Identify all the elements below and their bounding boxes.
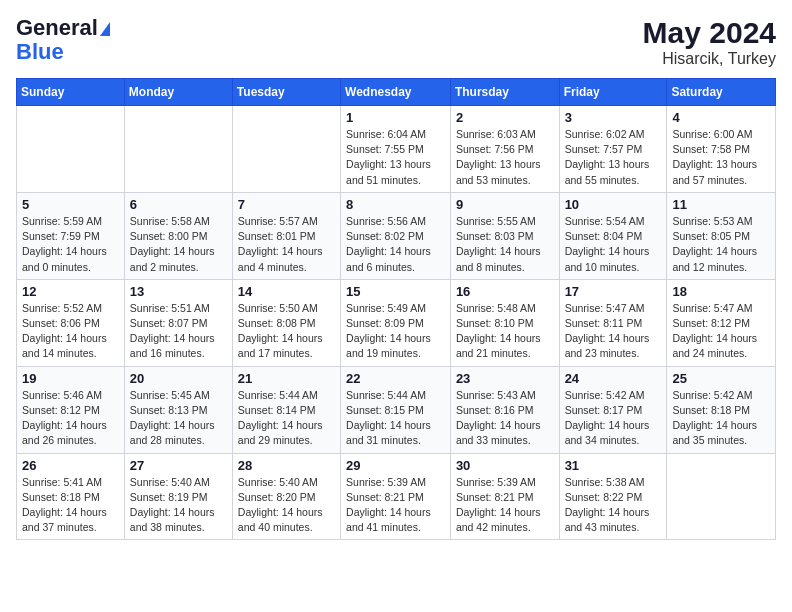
day-info: Sunrise: 6:03 AMSunset: 7:56 PMDaylight:… [456, 127, 554, 188]
day-info: Sunrise: 5:40 AMSunset: 8:19 PMDaylight:… [130, 475, 227, 536]
day-number: 24 [565, 371, 662, 386]
day-number: 2 [456, 110, 554, 125]
calendar-cell: 19Sunrise: 5:46 AMSunset: 8:12 PMDayligh… [17, 366, 125, 453]
day-info: Sunrise: 5:41 AMSunset: 8:18 PMDaylight:… [22, 475, 119, 536]
col-header-tuesday: Tuesday [232, 79, 340, 106]
calendar-cell: 1Sunrise: 6:04 AMSunset: 7:55 PMDaylight… [341, 106, 451, 193]
day-number: 13 [130, 284, 227, 299]
day-info: Sunrise: 5:57 AMSunset: 8:01 PMDaylight:… [238, 214, 335, 275]
calendar-cell: 6Sunrise: 5:58 AMSunset: 8:00 PMDaylight… [124, 192, 232, 279]
calendar-cell: 23Sunrise: 5:43 AMSunset: 8:16 PMDayligh… [450, 366, 559, 453]
calendar-week-row: 26Sunrise: 5:41 AMSunset: 8:18 PMDayligh… [17, 453, 776, 540]
calendar-cell: 18Sunrise: 5:47 AMSunset: 8:12 PMDayligh… [667, 279, 776, 366]
day-info: Sunrise: 5:50 AMSunset: 8:08 PMDaylight:… [238, 301, 335, 362]
day-info: Sunrise: 5:39 AMSunset: 8:21 PMDaylight:… [346, 475, 445, 536]
day-info: Sunrise: 5:47 AMSunset: 8:12 PMDaylight:… [672, 301, 770, 362]
col-header-wednesday: Wednesday [341, 79, 451, 106]
calendar-cell: 29Sunrise: 5:39 AMSunset: 8:21 PMDayligh… [341, 453, 451, 540]
day-info: Sunrise: 5:48 AMSunset: 8:10 PMDaylight:… [456, 301, 554, 362]
day-number: 17 [565, 284, 662, 299]
day-info: Sunrise: 5:56 AMSunset: 8:02 PMDaylight:… [346, 214, 445, 275]
calendar-cell: 2Sunrise: 6:03 AMSunset: 7:56 PMDaylight… [450, 106, 559, 193]
calendar-cell: 16Sunrise: 5:48 AMSunset: 8:10 PMDayligh… [450, 279, 559, 366]
calendar-cell: 28Sunrise: 5:40 AMSunset: 8:20 PMDayligh… [232, 453, 340, 540]
day-info: Sunrise: 5:58 AMSunset: 8:00 PMDaylight:… [130, 214, 227, 275]
day-info: Sunrise: 5:46 AMSunset: 8:12 PMDaylight:… [22, 388, 119, 449]
day-info: Sunrise: 5:42 AMSunset: 8:18 PMDaylight:… [672, 388, 770, 449]
day-info: Sunrise: 5:44 AMSunset: 8:15 PMDaylight:… [346, 388, 445, 449]
day-number: 23 [456, 371, 554, 386]
calendar-cell: 26Sunrise: 5:41 AMSunset: 8:18 PMDayligh… [17, 453, 125, 540]
day-number: 9 [456, 197, 554, 212]
calendar-cell: 10Sunrise: 5:54 AMSunset: 8:04 PMDayligh… [559, 192, 667, 279]
page-header: General Blue May 2024 Hisarcik, Turkey [16, 16, 776, 68]
calendar-cell: 27Sunrise: 5:40 AMSunset: 8:19 PMDayligh… [124, 453, 232, 540]
calendar-cell: 22Sunrise: 5:44 AMSunset: 8:15 PMDayligh… [341, 366, 451, 453]
day-number: 21 [238, 371, 335, 386]
col-header-thursday: Thursday [450, 79, 559, 106]
day-number: 20 [130, 371, 227, 386]
day-number: 11 [672, 197, 770, 212]
col-header-friday: Friday [559, 79, 667, 106]
calendar-cell: 17Sunrise: 5:47 AMSunset: 8:11 PMDayligh… [559, 279, 667, 366]
calendar-cell [667, 453, 776, 540]
calendar-cell: 9Sunrise: 5:55 AMSunset: 8:03 PMDaylight… [450, 192, 559, 279]
day-info: Sunrise: 5:45 AMSunset: 8:13 PMDaylight:… [130, 388, 227, 449]
day-number: 15 [346, 284, 445, 299]
day-info: Sunrise: 5:42 AMSunset: 8:17 PMDaylight:… [565, 388, 662, 449]
col-header-sunday: Sunday [17, 79, 125, 106]
calendar-cell: 20Sunrise: 5:45 AMSunset: 8:13 PMDayligh… [124, 366, 232, 453]
day-info: Sunrise: 5:55 AMSunset: 8:03 PMDaylight:… [456, 214, 554, 275]
day-number: 30 [456, 458, 554, 473]
calendar-week-row: 5Sunrise: 5:59 AMSunset: 7:59 PMDaylight… [17, 192, 776, 279]
calendar-cell: 25Sunrise: 5:42 AMSunset: 8:18 PMDayligh… [667, 366, 776, 453]
day-number: 22 [346, 371, 445, 386]
day-number: 14 [238, 284, 335, 299]
day-number: 25 [672, 371, 770, 386]
title-block: May 2024 Hisarcik, Turkey [643, 16, 776, 68]
day-info: Sunrise: 5:51 AMSunset: 8:07 PMDaylight:… [130, 301, 227, 362]
calendar-cell: 24Sunrise: 5:42 AMSunset: 8:17 PMDayligh… [559, 366, 667, 453]
location-title: Hisarcik, Turkey [643, 50, 776, 68]
day-number: 27 [130, 458, 227, 473]
day-info: Sunrise: 5:59 AMSunset: 7:59 PMDaylight:… [22, 214, 119, 275]
day-number: 3 [565, 110, 662, 125]
calendar-cell: 12Sunrise: 5:52 AMSunset: 8:06 PMDayligh… [17, 279, 125, 366]
day-info: Sunrise: 6:04 AMSunset: 7:55 PMDaylight:… [346, 127, 445, 188]
calendar-cell: 4Sunrise: 6:00 AMSunset: 7:58 PMDaylight… [667, 106, 776, 193]
calendar-cell: 13Sunrise: 5:51 AMSunset: 8:07 PMDayligh… [124, 279, 232, 366]
calendar-week-row: 12Sunrise: 5:52 AMSunset: 8:06 PMDayligh… [17, 279, 776, 366]
calendar-cell: 11Sunrise: 5:53 AMSunset: 8:05 PMDayligh… [667, 192, 776, 279]
calendar-cell: 21Sunrise: 5:44 AMSunset: 8:14 PMDayligh… [232, 366, 340, 453]
day-number: 19 [22, 371, 119, 386]
day-number: 31 [565, 458, 662, 473]
calendar-cell: 8Sunrise: 5:56 AMSunset: 8:02 PMDaylight… [341, 192, 451, 279]
day-info: Sunrise: 5:49 AMSunset: 8:09 PMDaylight:… [346, 301, 445, 362]
calendar-cell: 5Sunrise: 5:59 AMSunset: 7:59 PMDaylight… [17, 192, 125, 279]
calendar-week-row: 19Sunrise: 5:46 AMSunset: 8:12 PMDayligh… [17, 366, 776, 453]
calendar-cell: 7Sunrise: 5:57 AMSunset: 8:01 PMDaylight… [232, 192, 340, 279]
col-header-saturday: Saturday [667, 79, 776, 106]
logo-text-general: General [16, 16, 110, 40]
calendar-week-row: 1Sunrise: 6:04 AMSunset: 7:55 PMDaylight… [17, 106, 776, 193]
logo: General Blue [16, 16, 110, 64]
day-number: 26 [22, 458, 119, 473]
day-number: 8 [346, 197, 445, 212]
day-info: Sunrise: 5:53 AMSunset: 8:05 PMDaylight:… [672, 214, 770, 275]
calendar-table: SundayMondayTuesdayWednesdayThursdayFrid… [16, 78, 776, 540]
day-info: Sunrise: 5:39 AMSunset: 8:21 PMDaylight:… [456, 475, 554, 536]
calendar-cell [232, 106, 340, 193]
day-number: 4 [672, 110, 770, 125]
calendar-cell: 31Sunrise: 5:38 AMSunset: 8:22 PMDayligh… [559, 453, 667, 540]
day-info: Sunrise: 5:40 AMSunset: 8:20 PMDaylight:… [238, 475, 335, 536]
day-number: 28 [238, 458, 335, 473]
col-header-monday: Monday [124, 79, 232, 106]
day-number: 5 [22, 197, 119, 212]
calendar-cell [17, 106, 125, 193]
calendar-cell: 30Sunrise: 5:39 AMSunset: 8:21 PMDayligh… [450, 453, 559, 540]
day-info: Sunrise: 5:47 AMSunset: 8:11 PMDaylight:… [565, 301, 662, 362]
day-number: 12 [22, 284, 119, 299]
day-info: Sunrise: 5:54 AMSunset: 8:04 PMDaylight:… [565, 214, 662, 275]
logo-text-blue: Blue [16, 40, 64, 64]
day-info: Sunrise: 6:00 AMSunset: 7:58 PMDaylight:… [672, 127, 770, 188]
